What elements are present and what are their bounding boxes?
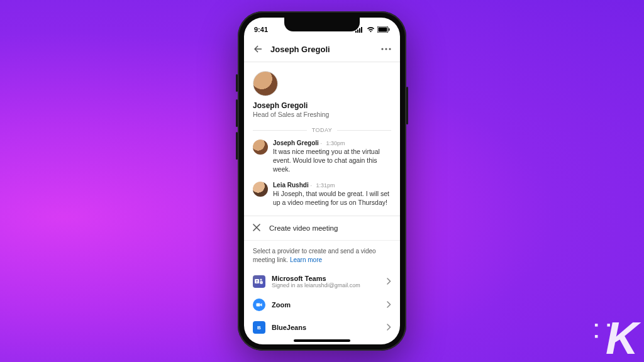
svg-rect-5	[379, 28, 387, 32]
battery-icon	[377, 26, 390, 33]
avatar	[253, 182, 268, 197]
dot-separator: ·	[310, 182, 313, 189]
provider-name: BlueJeans	[272, 324, 380, 331]
profile-block[interactable]: Joseph Gregoli Head of Sales at Freshing	[244, 62, 400, 124]
provider-bluejeans[interactable]: B BlueJeans	[244, 316, 400, 339]
svg-point-9	[389, 48, 391, 50]
watermark-logo: ▪ ▪▪ K	[606, 315, 636, 361]
day-separator: TODAY	[244, 124, 400, 136]
provider-zoom[interactable]: Zoom	[244, 293, 400, 316]
watermark-dots: ▪ ▪▪	[594, 319, 613, 342]
status-indicators	[355, 26, 390, 33]
content-area: Joseph Gregoli Head of Sales at Freshing…	[244, 62, 400, 344]
message-body: Hi Joseph, that would be great. I will s…	[273, 189, 391, 207]
svg-text:T: T	[256, 280, 258, 283]
close-icon	[253, 224, 260, 231]
more-options-button[interactable]	[380, 43, 392, 55]
svg-point-12	[260, 278, 262, 280]
phone-frame: 9:41 Joseph Gregoli Joseph Gregoli Head …	[238, 11, 406, 351]
provider-teams[interactable]: T Microsoft Teams Signed in as leiarushd…	[244, 270, 400, 293]
phone-volume-up	[236, 99, 238, 127]
message-timestamp: 1:31pm	[316, 182, 335, 189]
wifi-icon	[367, 26, 375, 33]
teams-icon: T	[253, 275, 265, 288]
phone-volume-down	[236, 132, 238, 160]
zoom-icon	[253, 299, 265, 311]
phone-mute-switch	[236, 74, 238, 92]
sheet-header: Create video meeting	[244, 216, 400, 241]
message-sender: Leia Rushdi	[273, 182, 309, 189]
chevron-right-icon	[387, 278, 391, 285]
svg-rect-0	[355, 31, 357, 33]
profile-headline: Head of Sales at Freshing	[253, 111, 391, 118]
avatar	[253, 140, 268, 155]
sheet-title: Create video meeting	[269, 224, 338, 232]
status-time: 9:41	[254, 26, 268, 33]
phone-side-button	[406, 87, 408, 124]
day-label: TODAY	[312, 127, 333, 133]
message-body: It was nice meeting you at the virtual e…	[273, 147, 391, 174]
svg-rect-14	[257, 303, 260, 306]
chevron-right-icon	[387, 301, 391, 308]
svg-text:B: B	[257, 325, 261, 331]
message-item[interactable]: Joseph Gregoli · 1:30pm It was nice meet…	[244, 136, 400, 178]
learn-more-link[interactable]: Learn more	[290, 256, 322, 263]
avatar	[253, 71, 278, 96]
svg-rect-3	[361, 27, 362, 33]
svg-point-7	[381, 48, 383, 50]
message-sender: Joseph Gregoli	[273, 140, 319, 146]
arrow-left-icon	[252, 43, 264, 55]
provider-subtitle: Signed in as leiarushdi@gmail.com	[272, 282, 380, 288]
provider-name: Microsoft Teams	[272, 275, 380, 282]
svg-rect-6	[389, 28, 390, 31]
svg-rect-13	[260, 281, 263, 284]
sheet-subtitle: Select a provider to create and send a v…	[244, 241, 400, 270]
svg-rect-2	[359, 28, 360, 33]
svg-point-8	[385, 48, 387, 50]
divider	[337, 130, 391, 131]
nav-bar: Joseph Gregoli	[244, 38, 400, 62]
bluejeans-icon: B	[253, 321, 265, 334]
message-timestamp: 1:30pm	[326, 140, 345, 146]
chevron-right-icon	[387, 324, 391, 331]
message-item[interactable]: Leia Rushdi · 1:31pm Hi Joseph, that wou…	[244, 178, 400, 211]
phone-screen: 9:41 Joseph Gregoli Joseph Gregoli Head …	[244, 18, 400, 344]
back-button[interactable]	[252, 43, 264, 55]
page-title: Joseph Gregoli	[270, 45, 374, 54]
provider-name: Zoom	[272, 301, 380, 309]
home-indicator[interactable]	[294, 339, 350, 342]
close-button[interactable]	[253, 224, 262, 233]
profile-name: Joseph Gregoli	[253, 101, 391, 110]
ellipsis-icon	[381, 48, 391, 50]
phone-notch	[284, 18, 360, 31]
dot-separator: ·	[321, 140, 324, 146]
divider	[253, 130, 307, 131]
svg-rect-1	[357, 30, 358, 33]
